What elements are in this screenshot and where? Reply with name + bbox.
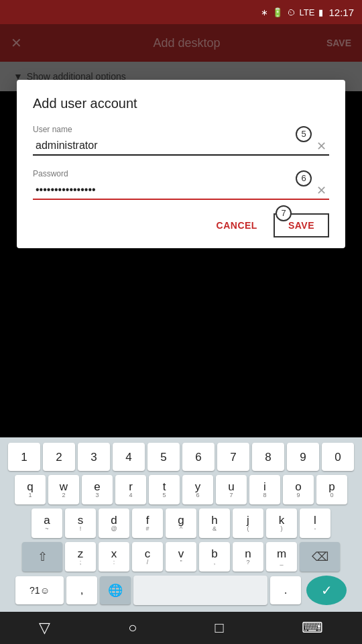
globe-button[interactable]: 🌐	[100, 576, 131, 604]
key-7[interactable]: 7	[217, 443, 249, 471]
username-label: User name	[33, 125, 329, 134]
key-2[interactable]: 2	[43, 443, 75, 471]
alarm-icon: ⏲	[287, 7, 296, 17]
period-button[interactable]: .	[270, 576, 301, 604]
step-badge-7: 7	[276, 205, 292, 221]
step-badge-6: 6	[296, 170, 312, 186]
key-w[interactable]: w2	[48, 475, 79, 504]
keyboard-asdf-row: a~ s! d@ f# g^ h& j( k) l-	[0, 508, 362, 538]
key-s[interactable]: s!	[65, 508, 96, 538]
key-c[interactable]: c/	[132, 542, 163, 572]
username-field-wrapper: 5 ✕	[33, 137, 329, 156]
key-o[interactable]: o9	[283, 475, 314, 504]
battery-icon: ▮	[318, 7, 323, 17]
key-u[interactable]: u7	[216, 475, 247, 504]
password-input[interactable]	[33, 181, 329, 200]
shift-icon: ⇧	[38, 549, 48, 564]
step-badge-5: 5	[296, 126, 312, 142]
back-button[interactable]: ▽	[39, 619, 50, 637]
key-d[interactable]: d@	[99, 508, 129, 538]
add-user-account-dialog: Add user account User name 5 ✕ Password …	[17, 80, 345, 248]
key-9[interactable]: 9	[287, 443, 319, 471]
key-r[interactable]: r4	[115, 475, 146, 504]
key-3[interactable]: 3	[78, 443, 110, 471]
keyboard-qwerty-row: q1 w2 e3 r4 t5 y6 u7 i8 o9 p0	[0, 475, 362, 504]
comma-label: ,	[80, 584, 84, 597]
key-e[interactable]: e3	[82, 475, 113, 504]
keyboard-button[interactable]: ⌨	[302, 619, 323, 637]
enter-button[interactable]: ✓	[306, 576, 347, 605]
key-g[interactable]: g^	[166, 508, 196, 538]
nav-bar: ▽ ○ □ ⌨	[0, 612, 362, 644]
password-field-wrapper: 6 ✕	[33, 181, 329, 200]
signal-icon: LTE	[300, 7, 315, 17]
cancel-button[interactable]: CANCEL	[206, 213, 268, 237]
backspace-icon: ⌫	[312, 549, 328, 564]
keyboard-bottom-row: ?1☺ , 🌐 . ✓	[0, 576, 362, 605]
key-0[interactable]: 0	[322, 443, 354, 471]
key-n[interactable]: n?	[233, 542, 263, 572]
key-a[interactable]: a~	[32, 508, 62, 538]
keyboard-zxcv-row: ⇧ z; x: c/ v" b, n? m_ ⌫	[0, 542, 362, 572]
key-8[interactable]: 8	[252, 443, 284, 471]
username-clear-button[interactable]: ✕	[316, 139, 326, 154]
special-chars-label: ?1☺	[29, 585, 50, 596]
key-z[interactable]: z;	[65, 542, 96, 572]
globe-icon: 🌐	[108, 583, 123, 598]
key-k[interactable]: k)	[266, 508, 297, 538]
key-x[interactable]: x:	[99, 542, 129, 572]
username-input[interactable]	[33, 137, 329, 156]
password-clear-button[interactable]: ✕	[316, 183, 326, 198]
dialog-actions: 7 CANCEL SAVE	[33, 213, 329, 237]
status-bar: ∗ 🔋 ⏲ LTE ▮ 12:17	[0, 0, 362, 24]
vibrate-icon: 🔋	[272, 7, 283, 17]
status-time: 12:17	[328, 7, 354, 18]
dialog-title: Add user account	[33, 96, 329, 111]
backspace-button[interactable]: ⌫	[300, 542, 340, 572]
key-p[interactable]: p0	[316, 475, 347, 504]
enter-icon: ✓	[321, 582, 333, 598]
home-button[interactable]: ○	[128, 619, 137, 637]
keyboard: 1 2 3 4 5 6 7 8 9 0 q1 w2 e3 r4 t5 y6 u7…	[0, 437, 362, 612]
bluetooth-icon: ∗	[261, 7, 268, 17]
key-j[interactable]: j(	[233, 508, 263, 538]
comma-button[interactable]: ,	[66, 576, 97, 604]
shift-button[interactable]: ⇧	[22, 542, 62, 572]
special-chars-button[interactable]: ?1☺	[15, 576, 64, 604]
recents-button[interactable]: □	[215, 619, 224, 637]
password-label: Password	[33, 169, 329, 178]
keyboard-number-row: 1 2 3 4 5 6 7 8 9 0	[0, 443, 362, 471]
key-b[interactable]: b,	[199, 542, 230, 572]
key-h[interactable]: h&	[199, 508, 230, 538]
key-q[interactable]: q1	[15, 475, 46, 504]
dialog-overlay: Add user account User name 5 ✕ Password …	[0, 24, 362, 303]
key-1[interactable]: 1	[8, 443, 40, 471]
status-icons: ∗ 🔋 ⏲ LTE ▮	[261, 7, 324, 17]
key-f[interactable]: f#	[132, 508, 163, 538]
key-4[interactable]: 4	[113, 443, 145, 471]
key-y[interactable]: y6	[182, 475, 213, 504]
key-5[interactable]: 5	[147, 443, 180, 471]
key-i[interactable]: i8	[249, 475, 280, 504]
space-button[interactable]	[133, 576, 267, 605]
key-v[interactable]: v"	[166, 542, 196, 572]
key-m[interactable]: m_	[266, 542, 297, 572]
key-6[interactable]: 6	[182, 443, 215, 471]
key-l[interactable]: l-	[300, 508, 330, 538]
key-t[interactable]: t5	[149, 475, 180, 504]
period-label: .	[284, 584, 288, 597]
